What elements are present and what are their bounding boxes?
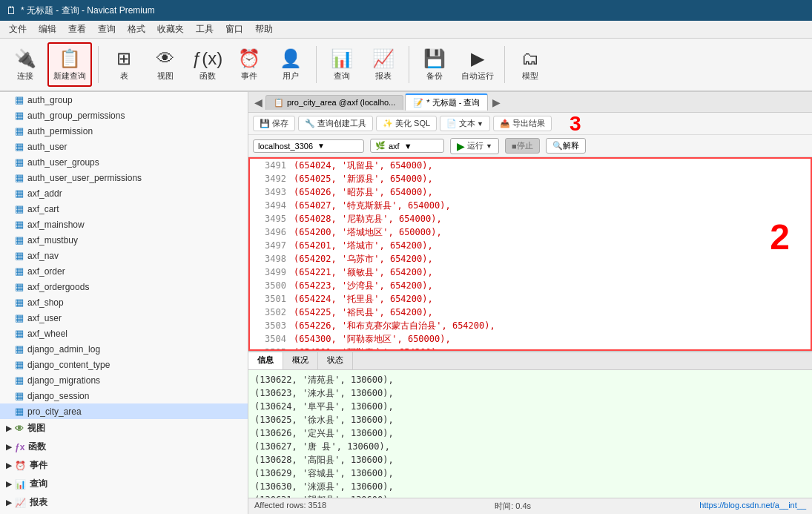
sidebar-item-auth-group-permissions[interactable]: ▦ auth_group_permissions: [0, 108, 248, 123]
report-icon: 📈: [372, 48, 395, 69]
line-number: 3495: [253, 213, 286, 225]
export-button[interactable]: 📤 导出结果: [493, 116, 552, 131]
sidebar-item-django-migrations[interactable]: ▦ django_migrations: [0, 372, 248, 388]
sidebar-item-auth-group[interactable]: ▦ auth_group: [0, 92, 248, 108]
sidebar-item-axf-wheel[interactable]: ▦ axf_wheel: [0, 326, 248, 341]
toolbar-report[interactable]: 📈 报表: [364, 42, 403, 87]
toolbar-view[interactable]: 👁 视图: [146, 42, 185, 87]
sidebar-item-axf-order[interactable]: ▦ axf_order: [0, 263, 248, 279]
text-button[interactable]: 📄 文本 ▼: [440, 116, 490, 131]
explain-icon: 🔍: [552, 141, 563, 151]
reports-icon: 📈: [15, 498, 26, 508]
table-icon: ▦: [15, 156, 24, 168]
sidebar-item-axf-nav[interactable]: ▦ axf_nav: [0, 248, 248, 263]
query-line: 3502(654225, '裕民县', 654200),: [250, 306, 811, 319]
info-panel: 信息 概况 状态 (130622, '清苑县', 130600),(130623…: [248, 351, 812, 514]
table-icon: ▦: [15, 390, 24, 401]
menu-window[interactable]: 窗口: [219, 22, 249, 37]
save-button[interactable]: 💾 保存: [253, 116, 295, 131]
toolbar-user[interactable]: 👤 用户: [271, 42, 310, 87]
toolbar-new-query[interactable]: 📋 新建查询: [47, 42, 92, 87]
sidebar-section-queries[interactable]: ▶ 📊 查询: [0, 475, 248, 493]
menu-help[interactable]: 帮助: [249, 22, 279, 37]
toolbar-autorun[interactable]: ▶ 自动运行: [457, 42, 498, 87]
toolbar-sep-3: [409, 46, 409, 83]
line-number: 3499: [253, 266, 286, 278]
table-icon: ▦: [15, 219, 24, 230]
table-icon: ▦: [15, 141, 24, 152]
sidebar-item-auth-user-groups[interactable]: ▦ auth_user_groups: [0, 154, 248, 170]
sidebar-item-auth-permission[interactable]: ▦ auth_permission: [0, 123, 248, 139]
toolbar-connect-label: 连接: [17, 70, 33, 82]
sidebar-item-axf-shop[interactable]: ▦ axf_shop: [0, 294, 248, 310]
sidebar-item-pro-city-area[interactable]: ▦ pro_city_area: [0, 403, 248, 419]
query-line: 3491(654024, '巩留县', 654000),: [250, 159, 811, 172]
toolbar-function[interactable]: ƒ(x) 函数: [188, 42, 227, 87]
toolbar-sep-2: [316, 46, 317, 83]
toolbar-query[interactable]: 📊 查询: [323, 42, 361, 87]
toolbar-backup[interactable]: 💾 备份: [415, 42, 454, 87]
stop-button[interactable]: ■ 停止: [505, 138, 540, 154]
toolbar-connect[interactable]: 🔌 连接: [6, 42, 44, 87]
tab-pro-city-area[interactable]: 📋 pro_city_area @axf (localho...: [265, 95, 403, 110]
tab-untitled-query[interactable]: 📝 * 无标题 - 查询: [405, 93, 488, 111]
menu-favorites[interactable]: 收藏夹: [151, 22, 190, 37]
toolbar-function-label: 函数: [199, 70, 216, 82]
info-tab-overview[interactable]: 概况: [283, 352, 318, 369]
explain-button[interactable]: 🔍 解释: [546, 138, 586, 154]
toolbar-backup-label: 备份: [426, 70, 443, 82]
connection-select[interactable]: localhost_3306 ▼: [253, 139, 364, 153]
info-tab-status[interactable]: 状态: [318, 352, 353, 369]
table-icon: ▦: [15, 188, 24, 199]
sidebar-item-django-admin-log[interactable]: ▦ django_admin_log: [0, 341, 248, 357]
info-tab-info[interactable]: 信息: [248, 352, 283, 369]
line-number: 3504: [253, 333, 286, 345]
toolbar-model[interactable]: 🗂 模型: [511, 42, 549, 87]
toolbar-table[interactable]: ⊞ 表: [105, 42, 143, 87]
sidebar: ▦ auth_group ▦ auth_group_permissions ▦ …: [0, 92, 248, 514]
toolbar-event[interactable]: ⏰ 事件: [230, 42, 268, 87]
db-leaf-icon: 🌿: [375, 141, 386, 151]
query-line: 3492(654025, '新源县', 654000),: [250, 172, 811, 185]
sidebar-section-views[interactable]: ▶ 👁 视图: [0, 419, 248, 438]
line-number: 3493: [253, 186, 286, 198]
sidebar-item-auth-user-user-permissions[interactable]: ▦ auth_user_user_permissions: [0, 170, 248, 185]
menu-bar: 文件 编辑 查看 查询 格式 收藏夹 工具 窗口 帮助: [0, 21, 812, 39]
menu-tools[interactable]: 工具: [190, 22, 219, 37]
sidebar-item-axf-cart[interactable]: ▦ axf_cart: [0, 201, 248, 217]
query-builder-button[interactable]: 🔧 查询创建工具: [298, 116, 373, 131]
sidebar-item-axf-mustbuy[interactable]: ▦ axf_mustbuy: [0, 232, 248, 248]
toolbar-query-label: 查询: [334, 70, 350, 82]
beautify-sql-button[interactable]: ✨ 美化 SQL: [376, 116, 437, 131]
url-link: https://blog.csdn.net/a__int__: [699, 501, 806, 512]
sidebar-item-auth-user[interactable]: ▦ auth_user: [0, 139, 248, 154]
sidebar-item-axf-ordergoods[interactable]: ▦ axf_ordergoods: [0, 279, 248, 294]
tab-scroll-right[interactable]: ▶: [489, 96, 504, 108]
query-area[interactable]: 3491(654024, '巩留县', 654000),3492(654025,…: [248, 157, 812, 351]
toolbar-event-label: 事件: [241, 70, 257, 82]
menu-edit[interactable]: 编辑: [33, 22, 62, 37]
sidebar-item-axf-user[interactable]: ▦ axf_user: [0, 310, 248, 326]
run-dropdown-arrow: ▼: [486, 142, 492, 150]
menu-file[interactable]: 文件: [3, 22, 33, 37]
sidebar-section-functions[interactable]: ▶ ƒx 函数: [0, 438, 248, 456]
tab-scroll-left[interactable]: ◀: [251, 96, 265, 108]
table-icon: ▦: [15, 266, 24, 277]
db-dropdown-arrow: ▼: [404, 142, 412, 151]
menu-view[interactable]: 查看: [62, 22, 92, 37]
sidebar-item-axf-addr[interactable]: ▦ axf_addr: [0, 185, 248, 201]
sidebar-section-reports[interactable]: ▶ 📈 报表: [0, 493, 248, 512]
title-bar: 🗒 * 无标题 - 查询 - Navicat Premium: [0, 0, 812, 21]
sidebar-item-django-content-type[interactable]: ▦ django_content_type: [0, 357, 248, 372]
menu-query[interactable]: 查询: [92, 22, 122, 37]
menu-format[interactable]: 格式: [122, 22, 151, 37]
database-select[interactable]: 🌿 axf ▼: [370, 139, 444, 153]
sidebar-section-events[interactable]: ▶ ⏰ 事件: [0, 456, 248, 475]
sidebar-item-django-session[interactable]: ▦ django_session: [0, 388, 248, 403]
run-button[interactable]: ▶ 运行 ▼: [450, 138, 499, 154]
toolbar-report-label: 报表: [375, 70, 392, 82]
sidebar-item-axf-mainshow[interactable]: ▦ axf_mainshow: [0, 217, 248, 232]
export-icon: 📤: [500, 119, 510, 128]
line-number: 3491: [253, 159, 286, 171]
table-icon: ▦: [15, 250, 24, 261]
